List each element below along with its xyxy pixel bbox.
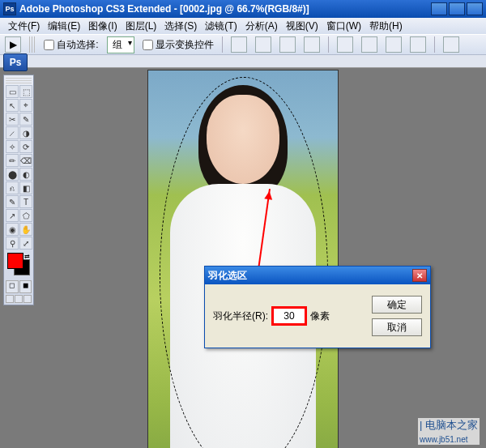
tool-button-0[interactable]: ▭	[6, 85, 19, 98]
menu-file[interactable]: 文件(F)	[5, 19, 43, 34]
align-icon[interactable]	[255, 36, 271, 53]
tool-button-8[interactable]: ✧	[6, 140, 19, 153]
tool-button-22[interactable]: ⚲	[6, 237, 19, 250]
align-icon[interactable]	[304, 36, 320, 53]
distribute-icon[interactable]	[386, 36, 402, 53]
tool-button-18[interactable]: ↗	[6, 209, 19, 222]
tool-button-3[interactable]: ⌖	[19, 99, 32, 112]
menu-edit[interactable]: 编辑(E)	[45, 19, 83, 34]
toolbox: ▭⬚↖⌖✂✎⟋◑✧⟳✏⌫⬤◐⎌◧✎T↗⬠◉✋⚲⤢ ⇄ ◻ ◼	[3, 75, 34, 305]
window-titlebar: Ps Adobe Photoshop CS3 Extended - [0002.…	[0, 0, 486, 18]
color-swatches: ⇄	[6, 253, 32, 279]
tool-button-11[interactable]: ⌫	[19, 154, 32, 167]
dialog-titlebar[interactable]: 羽化选区 ✕	[205, 267, 430, 284]
radius-label: 羽化半径(R):	[213, 309, 268, 323]
menubar: 文件(F) 编辑(E) 图像(I) 图层(L) 选择(S) 滤镜(T) 分析(A…	[0, 18, 486, 34]
distribute-icon[interactable]	[361, 36, 377, 53]
tool-button-6[interactable]: ⟋	[6, 126, 19, 139]
dialog-close-button[interactable]: ✕	[412, 269, 427, 282]
screenmode-icon[interactable]	[23, 295, 32, 303]
swap-colors-icon[interactable]: ⇄	[24, 253, 30, 260]
feather-radius-input[interactable]: 30	[273, 308, 305, 324]
menu-analysis[interactable]: 分析(A)	[242, 19, 281, 34]
tool-button-5[interactable]: ✎	[19, 113, 32, 126]
cancel-button[interactable]: 取消	[372, 318, 422, 336]
tool-button-17[interactable]: T	[19, 195, 32, 208]
menu-select[interactable]: 选择(S)	[161, 19, 200, 34]
tool-button-20[interactable]: ◉	[6, 223, 19, 236]
tool-button-12[interactable]: ⬤	[6, 168, 19, 181]
grip-icon	[29, 36, 36, 53]
separator	[328, 36, 329, 53]
screenmode-icon[interactable]	[15, 295, 23, 303]
screenmode-icon[interactable]	[6, 295, 14, 303]
minimize-button[interactable]	[431, 2, 447, 15]
menu-help[interactable]: 帮助(H)	[366, 19, 406, 34]
tool-button-23[interactable]: ⤢	[19, 237, 32, 250]
maximize-button[interactable]	[449, 2, 465, 15]
quickmask-on-icon[interactable]: ◼	[19, 280, 32, 293]
tool-button-16[interactable]: ✎	[6, 195, 19, 208]
unit-label: 像素	[310, 309, 330, 323]
show-transform-checkbox[interactable]: 显示变换控件	[143, 38, 214, 52]
tool-button-7[interactable]: ◑	[19, 126, 32, 139]
tool-button-14[interactable]: ⎌	[6, 181, 19, 194]
distribute-icon[interactable]	[337, 36, 353, 53]
window-controls	[431, 2, 483, 15]
tool-button-21[interactable]: ✋	[19, 223, 32, 236]
menu-image[interactable]: 图像(I)	[85, 19, 120, 34]
canvas[interactable]	[147, 70, 339, 448]
distribute-icon[interactable]	[410, 36, 426, 53]
app-icon: Ps	[3, 2, 16, 15]
tool-button-9[interactable]: ⟳	[19, 140, 32, 153]
close-button[interactable]	[467, 2, 483, 15]
current-tool-icon[interactable]: ▶	[5, 36, 21, 53]
tool-button-4[interactable]: ✂	[6, 113, 19, 126]
arrange-icon[interactable]	[443, 36, 459, 53]
watermark: | 电脑本之家 www.jb51.net	[418, 418, 480, 445]
tool-button-13[interactable]: ◐	[19, 168, 32, 181]
separator	[434, 36, 435, 53]
auto-select-dropdown[interactable]: 组	[107, 36, 134, 53]
ps-logo-icon[interactable]: Ps	[3, 53, 28, 71]
tool-button-1[interactable]: ⬚	[19, 85, 32, 98]
foreground-color[interactable]	[7, 253, 23, 269]
document-window-bar	[0, 55, 486, 68]
menu-layer[interactable]: 图层(L)	[122, 19, 160, 34]
options-bar: ▶ 自动选择: 组 显示变换控件	[0, 34, 486, 55]
menu-window[interactable]: 窗口(W)	[323, 19, 364, 34]
separator	[222, 36, 223, 53]
workspace: 羽化选区 ✕ 羽化半径(R): 30 像素 确定 取消	[0, 55, 486, 448]
window-title: Adobe Photoshop CS3 Extended - [0002.jpg…	[19, 3, 309, 15]
auto-select-checkbox[interactable]: 自动选择:	[44, 38, 99, 52]
tool-button-19[interactable]: ⬠	[19, 209, 32, 222]
toolbox-grip-icon[interactable]	[6, 77, 32, 83]
ok-button[interactable]: 确定	[372, 296, 422, 314]
feather-dialog: 羽化选区 ✕ 羽化半径(R): 30 像素 确定 取消	[204, 266, 431, 348]
tool-button-15[interactable]: ◧	[19, 181, 32, 194]
menu-view[interactable]: 视图(V)	[283, 19, 322, 34]
align-icon[interactable]	[231, 36, 247, 53]
quickmask-off-icon[interactable]: ◻	[6, 280, 19, 293]
tool-button-2[interactable]: ↖	[6, 99, 19, 112]
menu-filter[interactable]: 滤镜(T)	[202, 19, 240, 34]
dialog-title: 羽化选区	[208, 269, 247, 283]
tool-button-10[interactable]: ✏	[6, 154, 19, 167]
align-icon[interactable]	[279, 36, 296, 53]
